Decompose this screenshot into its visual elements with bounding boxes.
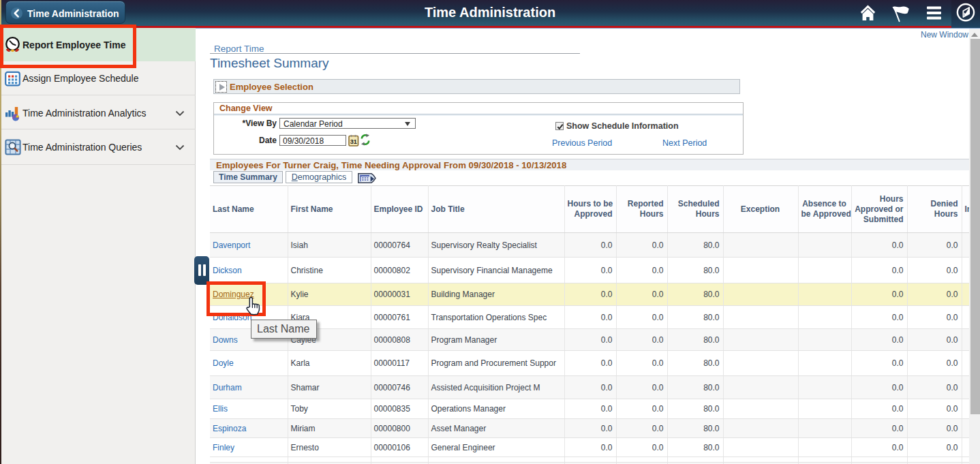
svg-text:31: 31 (350, 138, 357, 145)
